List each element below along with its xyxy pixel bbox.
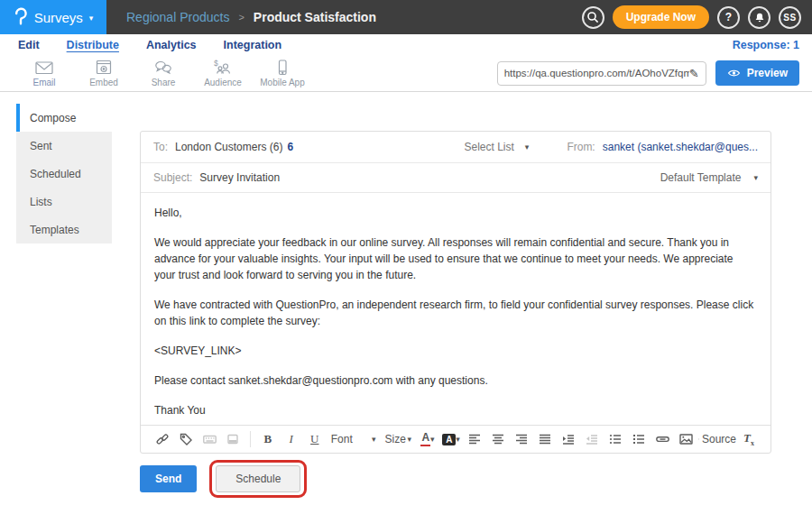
compose-actions: Send Schedule [140, 460, 307, 498]
survey-url-input[interactable] [504, 68, 689, 78]
chevron-down-icon: ▾ [89, 14, 94, 23]
align-left-button[interactable] [464, 428, 485, 450]
schedule-highlight-annotation: Schedule [209, 460, 307, 498]
breadcrumb-folder[interactable]: Regional Products [126, 10, 229, 24]
sidebar-item-scheduled[interactable]: Scheduled [16, 160, 112, 188]
sidebar-item-compose[interactable]: Compose [16, 104, 112, 132]
header-actions: Upgrade Now ? SS [582, 0, 812, 34]
outdent-icon [586, 433, 598, 445]
sidebar-item-lists[interactable]: Lists [16, 188, 112, 216]
body-paragraph: We would appreciate your feedback in our… [154, 234, 757, 283]
align-right-button[interactable] [511, 428, 532, 450]
source-button[interactable]: Source [698, 428, 736, 450]
increase-indent-button[interactable] [558, 428, 579, 450]
notifications-button[interactable] [748, 6, 770, 29]
tab-edit[interactable]: Edit [18, 39, 40, 51]
channel-embed[interactable]: Embed [74, 60, 134, 87]
insert-link-button[interactable] [152, 428, 173, 450]
italic-button[interactable]: I [281, 428, 302, 450]
chevron-down-icon: ▾ [372, 435, 376, 444]
font-family-dropdown[interactable]: Font ▾ [328, 433, 380, 445]
survey-link-area: ✎ Preview [497, 60, 812, 86]
image-icon [679, 433, 693, 445]
chevron-down-icon: ▾ [525, 142, 530, 152]
body-paragraph: Thank You [154, 402, 757, 418]
channel-share[interactable]: Share [134, 60, 193, 87]
eye-icon [727, 68, 741, 78]
channel-mobile-app[interactable]: Mobile App [253, 60, 312, 87]
underline-button[interactable]: U [304, 428, 326, 450]
surveys-product-menu[interactable]: Surveys ▾ [0, 0, 106, 34]
distribute-content: Compose Sent Scheduled Lists Templates T… [0, 92, 812, 505]
sidebar-item-sent[interactable]: Sent [16, 132, 112, 160]
decrease-indent-button[interactable] [581, 428, 603, 450]
compose-panel: To: London Customers (6) 6 Select List ▾… [140, 131, 771, 454]
justify-button[interactable] [534, 428, 556, 450]
tab-distribute[interactable]: Distribute [67, 39, 119, 51]
body-paragraph: Hello, [154, 205, 757, 221]
preview-button[interactable]: Preview [715, 60, 799, 86]
schedule-button[interactable]: Schedule [216, 465, 300, 492]
bullet-list-button[interactable] [604, 428, 626, 450]
chain-link-icon [656, 433, 669, 445]
subject-input[interactable]: Survey Invitation [199, 171, 280, 184]
sidebar-item-templates[interactable]: Templates [16, 216, 112, 243]
channel-email[interactable]: Email [14, 60, 74, 87]
breadcrumb-survey-title: Product Satisfaction [254, 10, 376, 24]
mobile-phone-icon [273, 60, 291, 76]
toolbar-divider [250, 431, 251, 447]
template-dropdown[interactable]: Default Template ▾ [660, 171, 758, 184]
recipient-count-badge: 6 [287, 141, 293, 153]
to-row: To: London Customers (6) 6 Select List ▾… [141, 132, 770, 163]
avatar[interactable]: SS [779, 6, 801, 29]
font-size-dropdown[interactable]: Size ▾ [382, 433, 416, 445]
background-color-icon: A [442, 434, 456, 445]
search-button[interactable] [582, 6, 604, 29]
align-center-icon [492, 433, 504, 445]
email-body-editor[interactable]: Hello, We would appreciate your feedback… [141, 193, 770, 425]
tab-analytics[interactable]: Analytics [146, 39, 197, 51]
source-document-icon [698, 433, 699, 445]
numbered-list-icon [632, 433, 645, 445]
remove-format-icon: Tx [743, 431, 754, 447]
insert-image-button[interactable] [675, 428, 697, 450]
chevron-down-icon: ▾ [430, 435, 435, 444]
tag-icon [180, 433, 192, 445]
chevron-down-icon: ▾ [456, 435, 460, 444]
panel-window-icon [226, 433, 239, 445]
email-icon [35, 60, 53, 76]
template-insert-button[interactable] [222, 428, 244, 450]
survey-url-box: ✎ [497, 61, 706, 86]
bell-icon [753, 11, 766, 23]
send-button[interactable]: Send [140, 465, 197, 492]
tab-integration[interactable]: Integration [224, 39, 282, 51]
keyboard-icon [203, 433, 217, 445]
from-sender-dropdown[interactable]: sanket (sanket.shekdar@ques... [603, 141, 758, 153]
indent-icon [562, 433, 575, 445]
breadcrumb-separator-icon: > [238, 12, 244, 23]
audience-icon: $ [214, 60, 232, 76]
link-icon [156, 433, 169, 445]
select-list-dropdown[interactable]: Select List ▾ [464, 141, 529, 153]
bold-button[interactable]: B [257, 428, 279, 450]
channel-audience[interactable]: $ Audience [193, 60, 253, 87]
merge-tag-button[interactable] [175, 428, 197, 450]
to-label: To: [153, 141, 168, 153]
help-button[interactable]: ? [717, 6, 740, 29]
align-right-icon [515, 433, 528, 445]
keyboard-button[interactable] [198, 428, 220, 450]
from-label: From: [567, 141, 595, 153]
upgrade-now-button[interactable]: Upgrade Now [613, 5, 709, 29]
remove-format-button[interactable]: Tx [738, 428, 760, 450]
text-color-button[interactable]: A ▾ [417, 428, 438, 450]
numbered-list-button[interactable] [628, 428, 650, 450]
hyperlink-button[interactable] [651, 428, 673, 450]
share-icon [154, 60, 172, 76]
align-center-button[interactable] [487, 428, 509, 450]
edit-url-pencil-icon[interactable]: ✎ [689, 67, 699, 80]
top-header: Surveys ▾ Regional Products > Product Sa… [0, 0, 812, 34]
to-recipients[interactable]: London Customers (6) [175, 141, 282, 153]
body-paragraph: We have contracted with QuestionPro, an … [154, 297, 757, 329]
background-color-button[interactable]: A ▾ [440, 428, 462, 450]
response-count[interactable]: Response: 1 [733, 39, 812, 51]
